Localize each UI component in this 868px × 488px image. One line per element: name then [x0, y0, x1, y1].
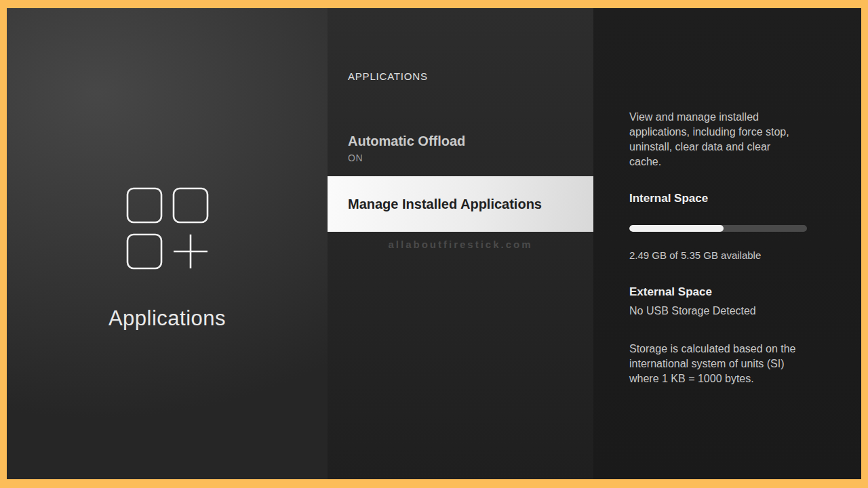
- internal-space-available: 2.49 GB of 5.35 GB available: [629, 249, 800, 261]
- detail-content: View and manage installed applications, …: [629, 110, 800, 397]
- menu-panel: APPLICATIONS Automatic Offload ON Manage…: [328, 8, 593, 479]
- detail-panel: View and manage installed applications, …: [593, 8, 861, 479]
- menu-item-label: Automatic Offload: [348, 134, 593, 149]
- category-panel: Applications: [7, 8, 328, 479]
- external-space-status: No USB Storage Detected: [629, 305, 800, 317]
- category-title: Applications: [7, 306, 328, 331]
- menu-item-manage-installed-applications[interactable]: Manage Installed Applications: [328, 176, 593, 232]
- fire-tv-settings-screen: Applications APPLICATIONS Automatic Offl…: [7, 8, 861, 479]
- external-space-heading: External Space: [629, 285, 800, 299]
- internal-space-progress-fill: [629, 225, 724, 232]
- screenshot-frame: Applications APPLICATIONS Automatic Offl…: [0, 0, 868, 488]
- watermark-text: allaboutfirestick.com: [328, 239, 593, 250]
- applications-icon: [126, 187, 210, 271]
- menu-header: APPLICATIONS: [348, 70, 428, 82]
- menu-item-label: Manage Installed Applications: [348, 197, 542, 212]
- internal-space-heading: Internal Space: [629, 192, 800, 205]
- storage-note: Storage is calculated based on the inter…: [629, 342, 800, 386]
- detail-description: View and manage installed applications, …: [629, 110, 800, 169]
- internal-space-progress-bar: [629, 225, 807, 232]
- menu-item-status: ON: [348, 152, 593, 163]
- menu-item-automatic-offload[interactable]: Automatic Offload ON: [328, 134, 593, 163]
